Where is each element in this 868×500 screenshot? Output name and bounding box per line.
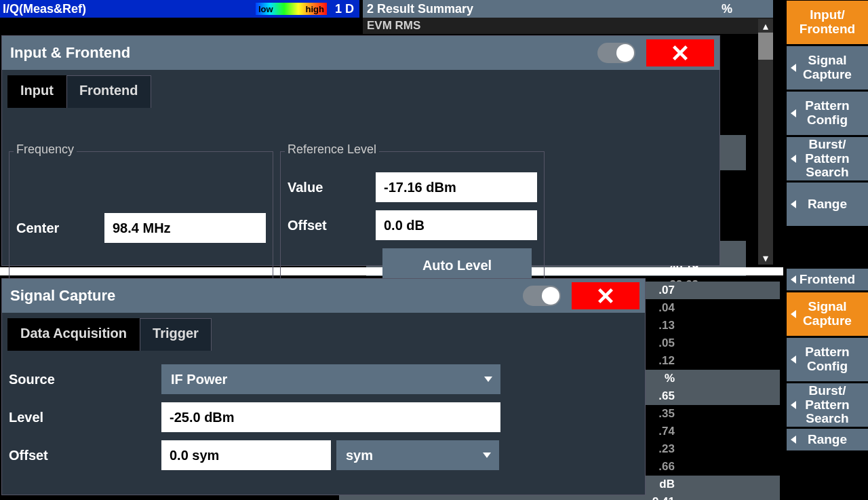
softkey-pattern-config[interactable]: Pattern Config (787, 338, 868, 381)
input-frontend-dialog: Input & Frontend Input Frontend Frequenc… (1, 35, 720, 266)
scroll-down-icon[interactable]: ▾ (758, 251, 773, 265)
trigger-level-input[interactable]: -25.0 dBm (161, 402, 500, 432)
softkey-input-frontend[interactable]: Input/ Frontend (787, 1, 868, 44)
softkey-range[interactable]: Range (787, 182, 868, 226)
signal-capture-dialog: Signal Capture Data Acquisition Trigger … (1, 278, 646, 495)
softkey-frontend[interactable]: Frontend (787, 269, 868, 290)
spectrum-indicator: low high 1 D (256, 2, 359, 16)
trigger-offset-label: Offset (9, 448, 161, 463)
close-icon (671, 43, 690, 62)
dialog2-title: Signal Capture (10, 287, 115, 305)
dialog2-tabs: Data Acquisition Trigger (7, 318, 645, 351)
softkey-burst-pattern-search[interactable]: Burst/ Pattern Search (787, 383, 868, 427)
expand-left-icon (791, 64, 796, 72)
evm-rms-row: EVM RMS (363, 18, 773, 34)
softkeys-bottom: FrontendSignal CapturePattern ConfigBurs… (785, 268, 868, 452)
expand-left-icon (791, 401, 796, 409)
dialog2-titlebar: Signal Capture (2, 279, 645, 313)
tab-trigger[interactable]: Trigger (140, 318, 212, 351)
scroll-up-icon[interactable]: ▴ (758, 19, 773, 33)
trigger-offset-input[interactable]: 0.0 sym (161, 440, 331, 470)
softkey-burst-pattern-search[interactable]: Burst/ Pattern Search (787, 137, 868, 180)
expand-left-icon (791, 155, 796, 163)
result-summary-header: 2 Result Summary % (363, 0, 773, 18)
dialog1-title: Input & Frontend (10, 44, 130, 62)
softkey-range[interactable]: Range (787, 429, 868, 450)
iq-title: I/Q(Meas&Ref) (3, 2, 86, 16)
results-scrollbar[interactable]: ▴ ▾ (758, 19, 773, 265)
expand-left-icon (791, 310, 796, 318)
tab-data-acquisition[interactable]: Data Acquisition (7, 318, 140, 351)
softkey-signal-capture[interactable]: Signal Capture (787, 292, 868, 336)
reflevel-value-label: Value (288, 180, 376, 195)
reflevel-offset-label: Offset (288, 218, 376, 233)
frequency-fieldset: Frequency Center 98.4 MHz (9, 151, 273, 294)
reflevel-legend: Reference Level (285, 142, 379, 157)
close-icon (596, 286, 615, 305)
source-select[interactable]: IF Power (161, 364, 500, 394)
reflevel-fieldset: Reference Level Value -17.16 dBm Offset … (280, 151, 545, 294)
trigger-offset-unit-select[interactable]: sym (336, 440, 499, 470)
softkey-pattern-config[interactable]: Pattern Config (787, 92, 868, 135)
expand-left-icon (791, 200, 796, 208)
dialog1-toggle[interactable] (597, 43, 635, 63)
chevron-down-icon (483, 453, 491, 458)
frequency-legend: Frequency (14, 142, 77, 157)
center-input[interactable]: 98.4 MHz (104, 213, 266, 243)
reflevel-offset-input[interactable]: 0.0 dB (376, 210, 537, 240)
expand-left-icon (791, 436, 796, 444)
spectrum-num: 1 D (330, 2, 359, 16)
dialog2-toggle[interactable] (523, 286, 561, 306)
chevron-down-icon (484, 377, 492, 382)
dialog2-close-button[interactable] (572, 282, 639, 309)
spectrum-bar: low high (256, 3, 327, 15)
softkey-signal-capture[interactable]: Signal Capture (787, 46, 868, 90)
auto-level-button[interactable]: Auto Level (382, 248, 532, 282)
source-label: Source (9, 372, 161, 387)
dialog1-titlebar: Input & Frontend (2, 36, 719, 70)
scroll-thumb[interactable] (758, 33, 773, 60)
expand-left-icon (791, 275, 796, 284)
tab-frontend[interactable]: Frontend (66, 75, 151, 108)
dialog1-tabs: Input Frontend (7, 75, 719, 108)
expand-left-icon (791, 355, 796, 364)
expand-left-icon (791, 109, 796, 117)
tab-input[interactable]: Input (7, 75, 66, 108)
softkeys-top: Input/ FrontendSignal CapturePattern Con… (785, 0, 868, 227)
iq-header: I/Q(Meas&Ref) low high 1 D (0, 0, 359, 18)
reflevel-value-input[interactable]: -17.16 dBm (376, 172, 537, 202)
dialog1-close-button[interactable] (646, 39, 714, 66)
center-label: Center (16, 220, 104, 236)
trigger-level-label: Level (9, 410, 161, 425)
